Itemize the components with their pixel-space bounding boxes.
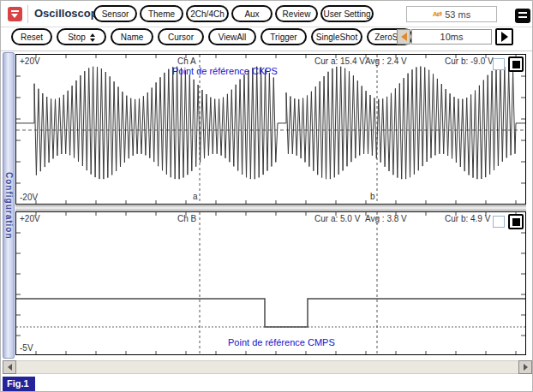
menu-icon[interactable] (515, 9, 530, 23)
cha-bottom-scale-label: -20V (20, 193, 38, 202)
scroll-right-button[interactable] (518, 360, 532, 374)
cursor-a-label[interactable]: a (193, 192, 198, 201)
timebase-value[interactable]: 10ms (411, 29, 492, 45)
viewall-button[interactable]: ViewAll (208, 28, 256, 45)
left-arrow-icon (8, 364, 12, 371)
channel-b-pane: +20V -5V Ch B Cur a: 5.0 V Avg : 3.8 V C… (15, 211, 526, 355)
configuration-sidebar[interactable]: Configuration (3, 52, 15, 359)
cha-checkbox[interactable] (493, 58, 505, 70)
pane-separator (15, 205, 526, 211)
cha-cursor-a-value: Cur a: 15.4 V (314, 56, 365, 66)
timebase-next-button[interactable] (495, 28, 513, 45)
channel-a-pane: +20V -20V Ch A Cur a: 15.4 V Avg : 2.4 V… (15, 54, 526, 205)
chb-checkbox[interactable] (493, 216, 505, 228)
oscilloscope-window: Oscilloscope Sensor Theme 2Ch/4Ch Aux Re… (0, 0, 533, 392)
title-separator (27, 5, 28, 23)
reset-button[interactable]: Reset (11, 28, 52, 45)
cha-cursor-b-value: Cur b: -9.0 V (445, 56, 494, 66)
toolbar-top: Sensor Theme 2Ch/4Ch Aux Review User Set… (93, 5, 374, 22)
stop-spinner-icon[interactable] (90, 33, 95, 42)
configuration-sidebar-label: Configuration (4, 172, 14, 240)
left-arrow-icon (401, 33, 407, 41)
cha-display-toggle-button[interactable] (508, 56, 524, 72)
main-divider (1, 50, 533, 51)
stop-button-label: Stop (68, 33, 86, 42)
ab-measure-icon: A⇄ (433, 10, 441, 18)
chb-display-toggle-button[interactable] (508, 214, 524, 229)
stop-button[interactable]: Stop (57, 28, 106, 45)
chb-avg-value: Avg : 3.8 V (365, 214, 407, 223)
chb-cursor-a-value: Cur a: 5.0 V (314, 214, 360, 223)
channel-a-plot (16, 55, 525, 204)
user-setting-button[interactable]: User Setting (320, 5, 374, 22)
cha-name-label: Ch A (177, 56, 196, 66)
chb-reference-label: Point de référence CMPS (228, 337, 335, 347)
chb-bottom-scale-label: -5V (20, 343, 33, 353)
chb-cursor-b-value: Cur b: 4.9 V (445, 214, 490, 223)
aux-button[interactable]: Aux (231, 5, 272, 22)
singleshot-button[interactable]: SingleShot (311, 28, 362, 45)
scroll-left-button[interactable] (3, 360, 16, 374)
cursor-button[interactable]: Cursor (158, 28, 204, 45)
horizontal-scrollbar[interactable] (3, 360, 532, 374)
chb-name-label: Ch B (177, 214, 196, 223)
measured-time-display: A⇄ 53 ms (406, 6, 497, 22)
toolbar-divider (1, 27, 533, 27)
chb-top-scale-label: +20V (20, 214, 40, 223)
sensor-button[interactable]: Sensor (93, 5, 137, 22)
trigger-button[interactable]: Trigger (261, 28, 307, 45)
measured-time-value: 53 ms (445, 9, 470, 20)
2ch4ch-button[interactable]: 2Ch/4Ch (186, 5, 229, 22)
channel-b-plot (16, 212, 525, 354)
theme-button[interactable]: Theme (140, 5, 183, 22)
cha-reference-label: Point de référence CKPS (172, 66, 278, 76)
timebase-prev-button[interactable] (397, 29, 410, 45)
name-button[interactable]: Name (111, 28, 153, 45)
toolbar-second: Reset Stop Name Cursor ViewAll Trigger S… (11, 28, 413, 45)
right-arrow-icon (501, 32, 508, 42)
cursor-b-label[interactable]: b (370, 192, 375, 201)
cha-avg-value: Avg : 2.4 V (365, 56, 407, 66)
cha-top-scale-label: +20V (20, 56, 40, 66)
review-button[interactable]: Review (275, 5, 318, 22)
right-arrow-icon (524, 364, 528, 371)
figure-label: Fig.1 (3, 377, 35, 391)
app-dropdown-icon[interactable] (8, 7, 22, 21)
